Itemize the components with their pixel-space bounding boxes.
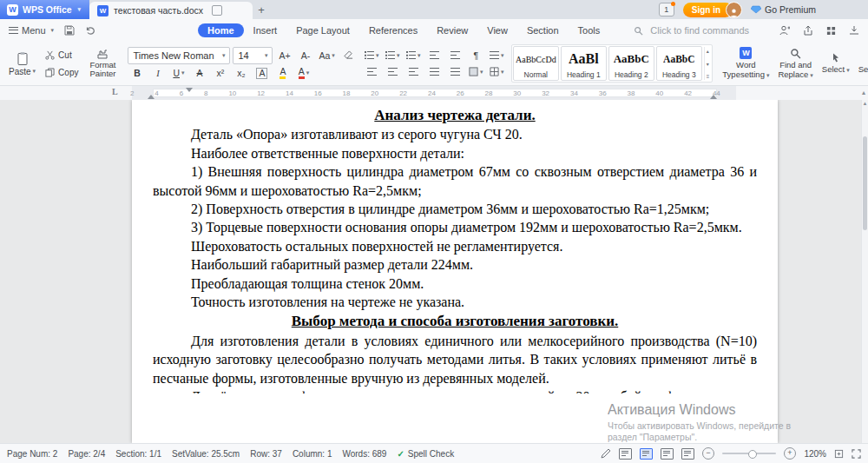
- scrollbar-thumb[interactable]: [863, 136, 867, 230]
- collapse-ribbon-button[interactable]: ▴: [862, 89, 865, 96]
- font-name-select[interactable]: Times New Roman▾: [128, 47, 230, 64]
- shading-button[interactable]: ▾: [467, 64, 485, 79]
- increase-indent-button[interactable]: [446, 48, 464, 63]
- document-tab[interactable]: W текстовая часть.docx: [89, 2, 253, 19]
- multilevel-list-button[interactable]: ▾: [404, 48, 423, 63]
- line-spacing-button[interactable]: ▾: [488, 48, 506, 63]
- apps-button[interactable]: [826, 26, 836, 36]
- ribbon-tab[interactable]: Review: [427, 23, 477, 37]
- document-paragraph[interactable]: Шероховатость остальных поверхностей не …: [153, 237, 757, 255]
- font-size-select[interactable]: 14▾: [233, 47, 273, 64]
- save-button[interactable]: [64, 25, 75, 36]
- zoom-in-button[interactable]: +: [784, 447, 796, 460]
- document-paragraph[interactable]: Наибольший габаритный размер детали 224м…: [153, 255, 757, 274]
- avatar[interactable]: [726, 2, 742, 18]
- zoom-slider-thumb[interactable]: [748, 450, 757, 459]
- styles-gallery-scroll[interactable]: ▴ ▾ ≡: [704, 47, 712, 80]
- scroll-up-icon[interactable]: ▲: [862, 101, 868, 106]
- document-paragraph[interactable]: Для изготовления детали в условиях едини…: [153, 332, 757, 387]
- status-item[interactable]: Page Num: 2: [7, 449, 57, 459]
- status-item[interactable]: Words: 689: [342, 449, 386, 459]
- style-item[interactable]: AaBl Heading 1: [561, 46, 607, 81]
- gallery-more-icon[interactable]: ≡: [707, 74, 710, 79]
- undo-button[interactable]: [85, 25, 95, 36]
- clear-format-button[interactable]: [339, 48, 358, 63]
- outline-view-button[interactable]: [681, 448, 694, 460]
- gallery-down-icon[interactable]: ▾: [707, 61, 710, 67]
- document-paragraph[interactable]: 3) Торцевые поверхности основания опоры …: [153, 218, 757, 236]
- ribbon-tab[interactable]: Home: [198, 23, 244, 37]
- document-paragraph[interactable]: 2) Поверхность отверстия в цилиндре диам…: [153, 200, 757, 218]
- ribbon-tab[interactable]: Section: [517, 23, 569, 37]
- document-paragraph[interactable]: Наиболее ответственные поверхности детал…: [153, 144, 757, 162]
- change-case-button[interactable]: Aa▾: [317, 48, 336, 63]
- status-item[interactable]: Section: 1/1: [115, 449, 161, 459]
- style-item[interactable]: AaBbC Heading 2: [608, 46, 654, 81]
- document-paragraph[interactable]: Выбор метода и способа изготовления заго…: [153, 312, 757, 330]
- underline-button[interactable]: U▾: [169, 66, 187, 81]
- command-search-input[interactable]: [648, 24, 769, 36]
- copy-button[interactable]: Copy: [43, 65, 80, 80]
- strikethrough-button[interactable]: A: [190, 66, 208, 81]
- ribbon-tab[interactable]: Tools: [569, 23, 610, 37]
- fullscreen-icon[interactable]: [852, 449, 861, 459]
- settings-button[interactable]: Settings▾: [854, 43, 868, 83]
- pen-icon[interactable]: [601, 448, 611, 459]
- align-center-button[interactable]: [384, 64, 402, 79]
- status-item[interactable]: SetValue: 25.5cm: [172, 449, 240, 459]
- cut-button[interactable]: Cut: [43, 48, 80, 63]
- show-paragraph-marks-button[interactable]: ¶: [467, 48, 485, 63]
- ribbon-tab[interactable]: Page Layout: [286, 23, 359, 37]
- format-painter-button[interactable]: Format Painter: [82, 49, 122, 79]
- bullet-list-button[interactable]: ▾: [363, 48, 381, 63]
- character-border-button[interactable]: A: [253, 66, 271, 81]
- decrease-indent-button[interactable]: [425, 48, 444, 63]
- increase-font-button[interactable]: A+: [275, 48, 293, 63]
- bold-button[interactable]: B: [128, 66, 146, 81]
- justify-button[interactable]: [425, 64, 444, 79]
- document-paragraph[interactable]: Точность изготовления на чертеже не указ…: [153, 293, 757, 311]
- align-left-button[interactable]: [363, 64, 381, 79]
- align-right-button[interactable]: [404, 64, 423, 79]
- distribute-button[interactable]: [446, 64, 464, 79]
- web-layout-button[interactable]: [661, 448, 674, 460]
- borders-button[interactable]: ▾: [488, 64, 506, 79]
- gallery-up-icon[interactable]: ▴: [707, 48, 710, 54]
- notification-badge[interactable]: 1: [659, 3, 674, 17]
- ribbon-tab[interactable]: References: [359, 23, 427, 37]
- document-paragraph[interactable]: Литьё в песчаные формы позволяет получат…: [153, 387, 757, 394]
- fit-page-icon[interactable]: [834, 449, 844, 459]
- right-indent-marker[interactable]: [710, 91, 717, 99]
- document-paragraph[interactable]: 1) Внешняя поверхность цилиндра диаметро…: [153, 162, 757, 200]
- ribbon-tab[interactable]: Insert: [244, 23, 287, 37]
- status-item[interactable]: Page: 2/4: [68, 449, 105, 459]
- status-item[interactable]: Column: 1: [293, 449, 332, 459]
- style-item[interactable]: AaBbC Heading 3: [656, 46, 702, 81]
- command-search[interactable]: [634, 24, 769, 36]
- go-premium-button[interactable]: Go Premium: [751, 4, 816, 15]
- left-indent-marker[interactable]: [148, 91, 155, 99]
- document-page[interactable]: Анализ чертежа детали.Деталь «Опора» изг…: [132, 100, 778, 443]
- decrease-font-button[interactable]: A-: [296, 48, 314, 63]
- status-item[interactable]: Row: 37: [250, 449, 282, 459]
- share-button[interactable]: [803, 25, 813, 36]
- find-replace-button[interactable]: Find and Replace▾: [773, 43, 817, 83]
- wps-office-menu-tab[interactable]: W WPS Office ▾: [0, 0, 89, 19]
- read-mode-button[interactable]: [619, 448, 632, 460]
- download-button[interactable]: [849, 25, 859, 36]
- paste-button[interactable]: Paste▾: [3, 50, 41, 77]
- horizontal-ruler[interactable]: L 24681012141618202224262830323436384042…: [0, 86, 868, 100]
- tab-pin-icon[interactable]: [212, 5, 222, 16]
- share-user-button[interactable]: [779, 25, 790, 36]
- print-layout-button[interactable]: [640, 448, 653, 460]
- subscript-button[interactable]: x₂: [232, 66, 250, 81]
- highlight-color-button[interactable]: A: [273, 66, 292, 81]
- new-tab-button[interactable]: +: [253, 0, 270, 19]
- document-paragraph[interactable]: Анализ чертежа детали.: [153, 106, 757, 124]
- zoom-slider[interactable]: [722, 453, 776, 454]
- style-item[interactable]: AaBbCcDd Normal: [513, 46, 559, 81]
- zoom-level[interactable]: 120%: [804, 449, 826, 459]
- main-menu-button[interactable]: Menu ▾: [9, 25, 54, 36]
- superscript-button[interactable]: x²: [211, 66, 229, 81]
- zoom-out-button[interactable]: −: [702, 447, 714, 460]
